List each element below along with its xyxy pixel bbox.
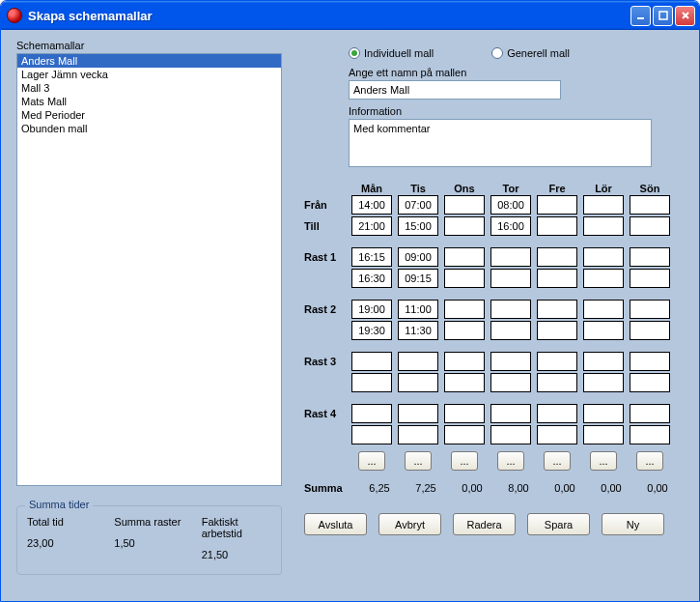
- list-item[interactable]: Mats Mall: [17, 95, 281, 108]
- radio-individuell[interactable]: Individuell mall: [349, 47, 434, 59]
- time-cell[interactable]: [444, 352, 485, 371]
- time-cell[interactable]: [630, 247, 670, 267]
- time-cell[interactable]: [444, 247, 485, 267]
- day-header: Lör: [580, 183, 627, 194]
- time-cell[interactable]: [398, 300, 438, 319]
- time-cell[interactable]: [444, 321, 485, 340]
- information-textarea[interactable]: [349, 119, 652, 167]
- time-cell[interactable]: [537, 269, 577, 288]
- time-cell[interactable]: [351, 404, 392, 423]
- minimize-button[interactable]: [630, 6, 651, 26]
- time-cell[interactable]: [537, 425, 577, 444]
- time-cell[interactable]: [398, 195, 438, 215]
- time-cell[interactable]: [490, 404, 531, 423]
- avbryt-button[interactable]: Avbryt: [378, 513, 441, 535]
- templates-listbox[interactable]: Anders MallLager Jämn veckaMall 3Mats Ma…: [16, 53, 282, 486]
- time-cell[interactable]: [444, 216, 485, 236]
- time-cell[interactable]: [583, 321, 624, 340]
- list-item[interactable]: Anders Mall: [17, 54, 281, 68]
- time-cell[interactable]: [398, 216, 438, 236]
- time-cell[interactable]: [351, 269, 392, 288]
- time-cell[interactable]: [351, 352, 392, 371]
- list-item[interactable]: Obunden mall: [17, 122, 281, 135]
- titlebar[interactable]: Skapa schemamallar: [1, 1, 699, 30]
- time-cell[interactable]: [537, 195, 577, 215]
- time-cell[interactable]: [490, 247, 531, 267]
- time-cell[interactable]: [444, 373, 485, 392]
- time-cell[interactable]: [351, 247, 392, 267]
- spara-button[interactable]: Spara: [527, 513, 590, 535]
- day-options-button[interactable]: ...: [636, 451, 663, 471]
- time-cell[interactable]: [490, 195, 531, 215]
- time-cell[interactable]: [537, 404, 577, 423]
- time-cell[interactable]: [583, 269, 624, 288]
- time-cell[interactable]: [398, 373, 438, 392]
- time-cell[interactable]: [351, 195, 392, 215]
- time-cell[interactable]: [398, 352, 438, 371]
- list-item[interactable]: Med Perioder: [17, 108, 281, 122]
- time-cell[interactable]: [398, 321, 438, 340]
- time-cell[interactable]: [630, 352, 670, 371]
- day-options-button[interactable]: ...: [358, 451, 385, 471]
- time-cell[interactable]: [351, 300, 392, 319]
- time-cell[interactable]: [351, 321, 392, 340]
- time-cell[interactable]: [583, 425, 624, 444]
- time-cell[interactable]: [537, 321, 577, 340]
- time-cell[interactable]: [583, 195, 624, 215]
- time-cell[interactable]: [630, 195, 670, 215]
- time-cell[interactable]: [630, 321, 670, 340]
- time-cell[interactable]: [583, 216, 624, 236]
- time-cell[interactable]: [490, 321, 531, 340]
- time-cell[interactable]: [490, 300, 531, 319]
- list-item[interactable]: Mall 3: [17, 81, 281, 95]
- time-cell[interactable]: [490, 352, 531, 371]
- time-cell[interactable]: [351, 216, 392, 236]
- time-cell[interactable]: [398, 404, 438, 423]
- time-cell[interactable]: [351, 425, 392, 444]
- summa-value: 0,00: [634, 482, 681, 494]
- day-options-button[interactable]: ...: [497, 451, 524, 471]
- time-cell[interactable]: [398, 247, 438, 267]
- time-cell[interactable]: [444, 425, 485, 444]
- time-cell[interactable]: [583, 404, 624, 423]
- radio-generell[interactable]: Generell mall: [491, 47, 570, 59]
- time-cell[interactable]: [537, 247, 577, 267]
- time-cell[interactable]: [630, 269, 670, 288]
- time-cell[interactable]: [537, 352, 577, 371]
- day-options-button[interactable]: ...: [544, 451, 571, 471]
- time-cell[interactable]: [490, 425, 531, 444]
- radera-button[interactable]: Radera: [453, 513, 516, 535]
- maximize-button[interactable]: [653, 6, 673, 26]
- time-cell[interactable]: [630, 216, 670, 236]
- close-button[interactable]: [675, 6, 695, 26]
- list-item[interactable]: Lager Jämn vecka: [17, 68, 281, 81]
- time-cell[interactable]: [583, 300, 624, 319]
- time-cell[interactable]: [398, 425, 438, 444]
- time-cell[interactable]: [444, 300, 485, 319]
- time-cell[interactable]: [444, 195, 485, 215]
- day-options-button[interactable]: ...: [405, 451, 432, 471]
- left-pane: Schemamallar Anders MallLager Jämn vecka…: [16, 40, 282, 575]
- time-cell[interactable]: [630, 404, 670, 423]
- time-cell[interactable]: [537, 216, 577, 236]
- time-cell[interactable]: [351, 373, 392, 392]
- time-cell[interactable]: [630, 373, 670, 392]
- time-cell[interactable]: [630, 425, 670, 444]
- time-cell[interactable]: [444, 269, 485, 288]
- time-cell[interactable]: [583, 247, 624, 267]
- time-cell[interactable]: [583, 352, 624, 371]
- time-cell[interactable]: [537, 373, 577, 392]
- time-cell[interactable]: [490, 269, 531, 288]
- avsluta-button[interactable]: Avsluta: [304, 513, 367, 535]
- time-cell[interactable]: [490, 373, 531, 392]
- time-cell[interactable]: [583, 373, 624, 392]
- ny-button[interactable]: Ny: [602, 513, 664, 535]
- time-cell[interactable]: [490, 216, 531, 236]
- time-cell[interactable]: [537, 300, 577, 319]
- day-options-button[interactable]: ...: [451, 451, 478, 471]
- template-name-input[interactable]: [349, 80, 561, 100]
- time-cell[interactable]: [444, 404, 485, 423]
- time-cell[interactable]: [398, 269, 438, 288]
- day-options-button[interactable]: ...: [590, 451, 617, 471]
- time-cell[interactable]: [630, 300, 670, 319]
